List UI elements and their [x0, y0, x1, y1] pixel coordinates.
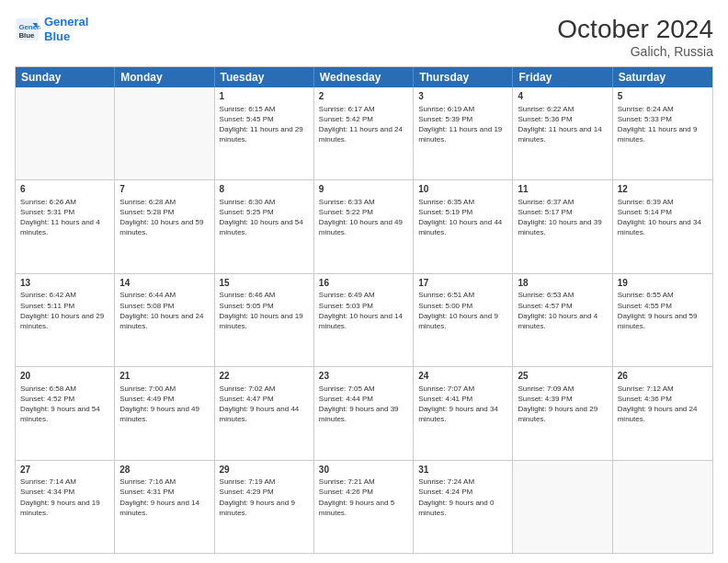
- calendar-cell: 8Sunrise: 6:30 AM Sunset: 5:25 PM Daylig…: [215, 180, 314, 272]
- svg-text:Blue: Blue: [18, 30, 35, 39]
- cell-info: Sunrise: 6:24 AM Sunset: 5:33 PM Dayligh…: [618, 104, 708, 145]
- calendar-cell: 15Sunrise: 6:46 AM Sunset: 5:05 PM Dayli…: [215, 274, 314, 366]
- day-number: 20: [20, 370, 109, 383]
- day-number: 3: [418, 90, 507, 103]
- day-number: 19: [618, 277, 708, 290]
- calendar-header: SundayMondayTuesdayWednesdayThursdayFrid…: [16, 67, 712, 87]
- calendar: SundayMondayTuesdayWednesdayThursdayFrid…: [15, 66, 713, 554]
- cell-info: Sunrise: 6:30 AM Sunset: 5:25 PM Dayligh…: [220, 197, 309, 238]
- day-number: 5: [618, 90, 708, 103]
- day-number: 26: [618, 370, 708, 383]
- cell-info: Sunrise: 6:51 AM Sunset: 5:00 PM Dayligh…: [418, 290, 507, 331]
- cell-info: Sunrise: 7:16 AM Sunset: 4:31 PM Dayligh…: [119, 477, 209, 518]
- cell-info: Sunrise: 6:22 AM Sunset: 5:36 PM Dayligh…: [518, 104, 607, 145]
- cell-info: Sunrise: 6:58 AM Sunset: 4:52 PM Dayligh…: [20, 384, 109, 425]
- page: General Blue General Blue October 2024 G…: [0, 0, 728, 563]
- day-number: 24: [418, 370, 507, 383]
- day-number: 27: [20, 464, 109, 477]
- calendar-cell: 29Sunrise: 7:19 AM Sunset: 4:29 PM Dayli…: [215, 461, 314, 553]
- calendar-week-3: 13Sunrise: 6:42 AM Sunset: 5:11 PM Dayli…: [16, 274, 712, 367]
- calendar-week-1: 1Sunrise: 6:15 AM Sunset: 5:45 PM Daylig…: [16, 87, 712, 180]
- cell-info: Sunrise: 6:37 AM Sunset: 5:17 PM Dayligh…: [518, 197, 607, 238]
- day-number: 15: [220, 277, 309, 290]
- cell-info: Sunrise: 7:24 AM Sunset: 4:24 PM Dayligh…: [418, 477, 507, 518]
- calendar-cell: 21Sunrise: 7:00 AM Sunset: 4:49 PM Dayli…: [115, 367, 214, 459]
- cell-info: Sunrise: 6:55 AM Sunset: 4:55 PM Dayligh…: [618, 290, 708, 331]
- calendar-cell: 23Sunrise: 7:05 AM Sunset: 4:44 PM Dayli…: [314, 367, 414, 459]
- calendar-cell: 5Sunrise: 6:24 AM Sunset: 5:33 PM Daylig…: [613, 87, 712, 179]
- calendar-cell: [16, 87, 115, 179]
- header-day-monday: Monday: [115, 67, 214, 87]
- calendar-week-5: 27Sunrise: 7:14 AM Sunset: 4:34 PM Dayli…: [16, 461, 712, 553]
- day-number: 13: [20, 277, 109, 290]
- day-number: 16: [319, 277, 408, 290]
- calendar-cell: 28Sunrise: 7:16 AM Sunset: 4:31 PM Dayli…: [115, 461, 214, 553]
- calendar-cell: 26Sunrise: 7:12 AM Sunset: 4:36 PM Dayli…: [613, 367, 712, 459]
- day-number: 10: [418, 183, 507, 196]
- cell-info: Sunrise: 7:09 AM Sunset: 4:39 PM Dayligh…: [518, 384, 607, 425]
- cell-info: Sunrise: 7:05 AM Sunset: 4:44 PM Dayligh…: [319, 384, 408, 425]
- day-number: 6: [20, 183, 109, 196]
- cell-info: Sunrise: 6:42 AM Sunset: 5:11 PM Dayligh…: [20, 290, 109, 331]
- day-number: 14: [119, 277, 209, 290]
- calendar-cell: 17Sunrise: 6:51 AM Sunset: 5:00 PM Dayli…: [414, 274, 513, 366]
- cell-info: Sunrise: 6:35 AM Sunset: 5:19 PM Dayligh…: [418, 197, 507, 238]
- calendar-cell: 3Sunrise: 6:19 AM Sunset: 5:39 PM Daylig…: [414, 87, 513, 179]
- logo-icon: General Blue: [15, 17, 40, 42]
- calendar-cell: [513, 461, 612, 553]
- calendar-cell: 30Sunrise: 7:21 AM Sunset: 4:26 PM Dayli…: [314, 461, 414, 553]
- calendar-cell: [613, 461, 712, 553]
- day-number: 23: [319, 370, 408, 383]
- calendar-cell: 18Sunrise: 6:53 AM Sunset: 4:57 PM Dayli…: [513, 274, 612, 366]
- day-number: 28: [119, 464, 209, 477]
- day-number: 11: [518, 183, 607, 196]
- cell-info: Sunrise: 6:39 AM Sunset: 5:14 PM Dayligh…: [618, 197, 708, 238]
- day-number: 9: [319, 183, 408, 196]
- header-day-thursday: Thursday: [414, 67, 513, 87]
- calendar-cell: 16Sunrise: 6:49 AM Sunset: 5:03 PM Dayli…: [314, 274, 414, 366]
- cell-info: Sunrise: 6:15 AM Sunset: 5:45 PM Dayligh…: [220, 104, 309, 145]
- cell-info: Sunrise: 7:07 AM Sunset: 4:41 PM Dayligh…: [418, 384, 507, 425]
- cell-info: Sunrise: 7:21 AM Sunset: 4:26 PM Dayligh…: [319, 477, 408, 518]
- calendar-cell: [115, 87, 214, 179]
- cell-info: Sunrise: 6:46 AM Sunset: 5:05 PM Dayligh…: [220, 290, 309, 331]
- day-number: 31: [418, 464, 507, 477]
- cell-info: Sunrise: 7:02 AM Sunset: 4:47 PM Dayligh…: [220, 384, 309, 425]
- day-number: 18: [518, 277, 607, 290]
- cell-info: Sunrise: 6:28 AM Sunset: 5:28 PM Dayligh…: [119, 197, 209, 238]
- logo: General Blue General Blue: [15, 15, 88, 43]
- cell-info: Sunrise: 7:12 AM Sunset: 4:36 PM Dayligh…: [618, 384, 708, 425]
- cell-info: Sunrise: 6:33 AM Sunset: 5:22 PM Dayligh…: [319, 197, 408, 238]
- day-number: 21: [119, 370, 209, 383]
- header: General Blue General Blue October 2024 G…: [15, 15, 713, 59]
- calendar-cell: 11Sunrise: 6:37 AM Sunset: 5:17 PM Dayli…: [513, 180, 612, 272]
- calendar-body: 1Sunrise: 6:15 AM Sunset: 5:45 PM Daylig…: [16, 87, 712, 553]
- calendar-cell: 19Sunrise: 6:55 AM Sunset: 4:55 PM Dayli…: [613, 274, 712, 366]
- header-day-friday: Friday: [513, 67, 612, 87]
- logo-line1: General: [44, 15, 88, 29]
- calendar-cell: 14Sunrise: 6:44 AM Sunset: 5:08 PM Dayli…: [115, 274, 214, 366]
- cell-info: Sunrise: 6:44 AM Sunset: 5:08 PM Dayligh…: [119, 290, 209, 331]
- calendar-week-4: 20Sunrise: 6:58 AM Sunset: 4:52 PM Dayli…: [16, 367, 712, 460]
- calendar-cell: 9Sunrise: 6:33 AM Sunset: 5:22 PM Daylig…: [314, 180, 414, 272]
- cell-info: Sunrise: 6:49 AM Sunset: 5:03 PM Dayligh…: [319, 290, 408, 331]
- calendar-cell: 31Sunrise: 7:24 AM Sunset: 4:24 PM Dayli…: [414, 461, 513, 553]
- title-block: October 2024 Galich, Russia: [557, 15, 713, 59]
- header-day-saturday: Saturday: [613, 67, 712, 87]
- day-number: 25: [518, 370, 607, 383]
- calendar-cell: 25Sunrise: 7:09 AM Sunset: 4:39 PM Dayli…: [513, 367, 612, 459]
- cell-info: Sunrise: 6:53 AM Sunset: 4:57 PM Dayligh…: [518, 290, 607, 331]
- calendar-cell: 12Sunrise: 6:39 AM Sunset: 5:14 PM Dayli…: [613, 180, 712, 272]
- location: Galich, Russia: [557, 44, 713, 59]
- day-number: 7: [119, 183, 209, 196]
- day-number: 29: [220, 464, 309, 477]
- calendar-week-2: 6Sunrise: 6:26 AM Sunset: 5:31 PM Daylig…: [16, 180, 712, 273]
- calendar-cell: 10Sunrise: 6:35 AM Sunset: 5:19 PM Dayli…: [414, 180, 513, 272]
- cell-info: Sunrise: 7:14 AM Sunset: 4:34 PM Dayligh…: [20, 477, 109, 518]
- cell-info: Sunrise: 7:00 AM Sunset: 4:49 PM Dayligh…: [119, 384, 209, 425]
- cell-info: Sunrise: 6:17 AM Sunset: 5:42 PM Dayligh…: [319, 104, 408, 145]
- month-title: October 2024: [557, 15, 713, 44]
- cell-info: Sunrise: 7:19 AM Sunset: 4:29 PM Dayligh…: [220, 477, 309, 518]
- calendar-cell: 13Sunrise: 6:42 AM Sunset: 5:11 PM Dayli…: [16, 274, 115, 366]
- day-number: 17: [418, 277, 507, 290]
